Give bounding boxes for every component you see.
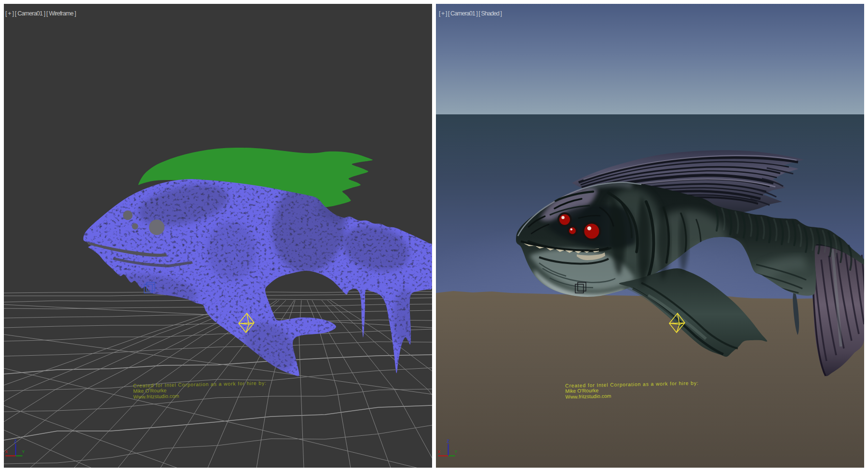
- svg-text:Www.fritzstudio.com: Www.fritzstudio.com: [565, 393, 611, 400]
- svg-text:X: X: [438, 449, 441, 454]
- svg-text:Z: Z: [14, 439, 17, 444]
- svg-text:Y: Y: [22, 449, 25, 454]
- svg-text:Y: Y: [455, 449, 458, 454]
- svg-text:X: X: [5, 449, 8, 454]
- svg-text:[ + ] [ Camera01 ] [ Wireframe: [ + ] [ Camera01 ] [ Wireframe ]: [5, 10, 76, 17]
- svg-text:Www.fritzstudio.com: Www.fritzstudio.com: [133, 393, 179, 400]
- svg-text:[ + ] [ Camera01 ] [ Shaded ]: [ + ] [ Camera01 ] [ Shaded ]: [439, 10, 502, 17]
- svg-text:Z: Z: [447, 439, 449, 444]
